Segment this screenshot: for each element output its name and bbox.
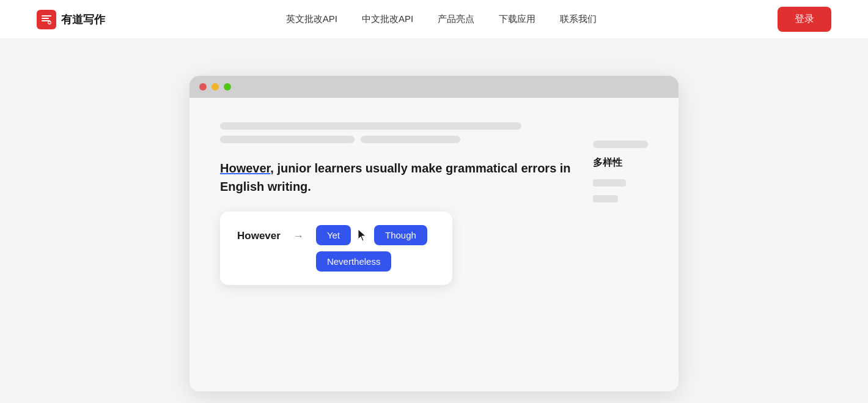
- nav-contact[interactable]: 联系我们: [560, 13, 597, 25]
- tooltip-arrow-icon: →: [293, 230, 304, 243]
- right-skeleton-top: [593, 141, 648, 148]
- tooltip-card: However → Yet Though Nevertheless: [220, 212, 452, 285]
- logo-icon: [37, 10, 56, 29]
- browser-window: However, junior learners usually make gr…: [189, 76, 679, 391]
- highlighted-word: However: [220, 161, 270, 175]
- right-panel: 多样性: [593, 122, 648, 355]
- close-button-icon: [199, 83, 207, 91]
- browser-content: However, junior learners usually make gr…: [189, 98, 679, 391]
- nav-features[interactable]: 产品亮点: [438, 13, 474, 25]
- right-rect-1: [593, 179, 626, 187]
- right-panel-label: 多样性: [593, 157, 648, 169]
- skeleton-lines-top: [220, 122, 575, 143]
- right-rect-2: [593, 195, 618, 202]
- header: 有道写作 英文批改API 中文批改API 产品亮点 下载应用 联系我们 登录: [0, 0, 868, 39]
- main-text: However, junior learners usually make gr…: [220, 159, 575, 196]
- skeleton-line-2b: [361, 136, 460, 143]
- nav-english-api[interactable]: 英文批改API: [286, 13, 337, 25]
- main-text-rest: , junior learners usually make grammatic…: [220, 161, 571, 193]
- main-content: However, junior learners usually make gr…: [0, 39, 868, 403]
- suggestion-though-button[interactable]: Though: [374, 225, 427, 245]
- nav-download[interactable]: 下载应用: [499, 13, 535, 25]
- suggestion-yet-button[interactable]: Yet: [316, 225, 351, 245]
- minimize-button-icon: [211, 83, 219, 91]
- tooltip-row-1: Yet Though: [316, 225, 427, 245]
- skeleton-line-row: [220, 136, 575, 143]
- suggestion-nevertheless-button[interactable]: Nevertheless: [316, 251, 392, 272]
- skeleton-line-1: [220, 122, 521, 130]
- logo-text: 有道写作: [61, 12, 105, 27]
- tooltip-source-word: However: [237, 230, 281, 242]
- cursor-icon: [356, 228, 368, 243]
- nav-links: 英文批改API 中文批改API 产品亮点 下载应用 联系我们: [286, 13, 597, 25]
- svg-rect-5: [48, 22, 51, 23]
- logo-area: 有道写作: [37, 10, 105, 29]
- svg-rect-1: [42, 18, 49, 19]
- browser-titlebar: [189, 76, 679, 98]
- maximize-button-icon: [224, 83, 231, 91]
- nav-chinese-api[interactable]: 中文批改API: [362, 13, 413, 25]
- left-panel: However, junior learners usually make gr…: [220, 122, 575, 355]
- tooltip-suggestions: Yet Though Nevertheless: [316, 225, 427, 272]
- skeleton-line-2a: [220, 136, 355, 143]
- login-button[interactable]: 登录: [778, 7, 831, 32]
- svg-rect-0: [42, 15, 51, 17]
- tooltip-row-2: Nevertheless: [316, 251, 427, 272]
